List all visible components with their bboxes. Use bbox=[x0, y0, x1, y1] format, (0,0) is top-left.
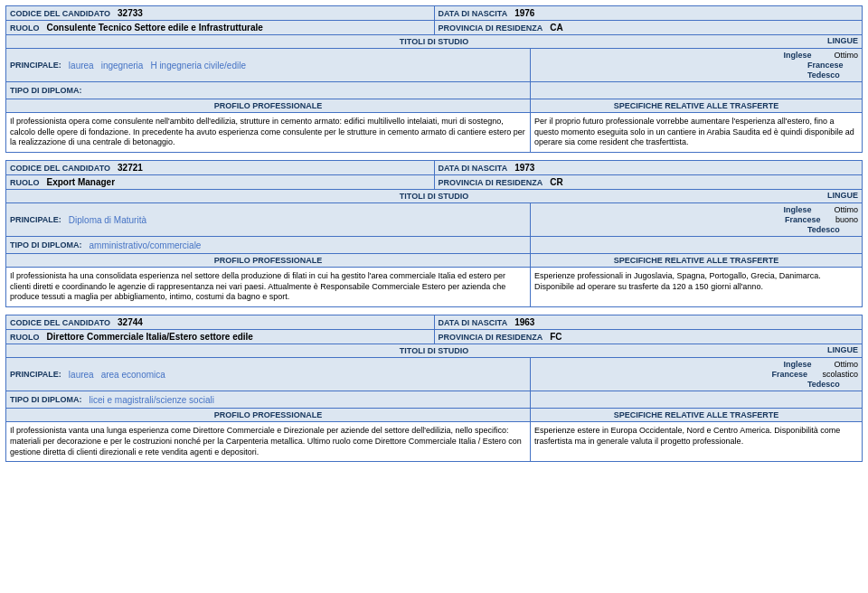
titoli-label: TITOLI DI STUDIO bbox=[10, 192, 858, 201]
codice-cell: CODICE DEL CANDIDATO32721 bbox=[6, 161, 435, 174]
codice-value: 32744 bbox=[118, 317, 143, 327]
profilo-text: Il professionista ha una consolidata esp… bbox=[6, 268, 530, 306]
specifiche-section: SPECIFICHE RELATIVE ALLE TRASFERTEEsperi… bbox=[531, 254, 862, 306]
lingue-block: LINGUE bbox=[827, 36, 858, 45]
tipo-diploma-row: TIPO DI DIPLOMA:amministrativo/commercia… bbox=[6, 236, 862, 253]
codice-cell: CODICE DEL CANDIDATO32744 bbox=[6, 315, 435, 329]
tipo-diploma-right bbox=[531, 82, 862, 99]
lingua-value: Ottimo bbox=[834, 51, 858, 60]
lingua-name: Francese bbox=[807, 61, 853, 70]
tipo-diploma-right bbox=[531, 391, 862, 408]
principale-lingue-right: IngleseOttimoFranceseTedesco bbox=[531, 49, 862, 81]
page: CODICE DEL CANDIDATO32733DATA DI NASCITA… bbox=[0, 0, 868, 475]
ruolo-cell: RUOLOConsulente Tecnico Settore edile e … bbox=[6, 21, 435, 34]
codice-value: 32733 bbox=[118, 8, 143, 18]
provincia-cell: PROVINCIA DI RESIDENZACR bbox=[435, 175, 863, 189]
lingua-name: Francese bbox=[785, 215, 830, 224]
profilo-title-bar: PROFILO PROFESSIONALE bbox=[6, 99, 530, 113]
profilo-section: PROFILO PROFESSIONALEIl professionista h… bbox=[6, 254, 531, 306]
specifiche-title-bar: SPECIFICHE RELATIVE ALLE TRASFERTE bbox=[531, 254, 862, 268]
lingua-item: Francesebuono bbox=[785, 215, 858, 224]
tipo-diploma-right bbox=[531, 237, 862, 253]
ruolo-cell: RUOLODirettore Commerciale Italia/Estero… bbox=[6, 330, 435, 344]
candidate-card-2: CODICE DEL CANDIDATO32721DATA DI NASCITA… bbox=[5, 160, 863, 307]
codice-value: 32721 bbox=[118, 163, 143, 173]
principale-value: Diploma di Maturità bbox=[69, 215, 146, 225]
lingua-name: Francese bbox=[771, 370, 816, 379]
profilo-title-bar: PROFILO PROFESSIONALE bbox=[6, 409, 530, 422]
lingue-block: LINGUE bbox=[827, 191, 858, 200]
principale-extra: H ingegneria civile/edile bbox=[150, 61, 246, 71]
profilo-row: PROFILO PROFESSIONALEIl professionista h… bbox=[6, 253, 862, 306]
header-row: CODICE DEL CANDIDATO32744DATA DI NASCITA… bbox=[6, 315, 862, 329]
lingua-value: buono bbox=[835, 215, 858, 224]
principale-label: PRINCIPALE: bbox=[10, 215, 61, 224]
profilo-text: Il professionista opera come consulente … bbox=[6, 113, 530, 152]
codice-label: CODICE DEL CANDIDATO bbox=[10, 9, 110, 18]
ruolo-value: Export Manager bbox=[47, 177, 116, 187]
lingua-item: Tedesco bbox=[807, 380, 858, 389]
header-row: CODICE DEL CANDIDATO32721DATA DI NASCITA… bbox=[6, 161, 862, 174]
lingua-item: Tedesco bbox=[807, 71, 858, 80]
lingua-name: Tedesco bbox=[807, 380, 853, 389]
header-row: CODICE DEL CANDIDATO32733DATA DI NASCITA… bbox=[6, 6, 862, 20]
specifiche-title-bar: SPECIFICHE RELATIVE ALLE TRASFERTE bbox=[531, 99, 862, 113]
lingua-value: scolastico bbox=[822, 370, 858, 379]
lingua-item: Francesescolastico bbox=[771, 370, 858, 379]
data-nascita-value: 1973 bbox=[514, 163, 534, 173]
data-nascita-label: DATA DI NASCITA bbox=[439, 164, 508, 173]
lingue-header: LINGUE bbox=[827, 191, 858, 200]
principale-value: laurea bbox=[69, 370, 94, 380]
provincia-value: CA bbox=[550, 23, 562, 33]
lingua-item: IngleseOttimo bbox=[783, 205, 858, 214]
lingua-value: Ottimo bbox=[834, 360, 858, 369]
tipo-diploma-cell: TIPO DI DIPLOMA: bbox=[6, 82, 531, 99]
lingua-item: IngleseOttimo bbox=[783, 51, 858, 60]
codice-cell: CODICE DEL CANDIDATO32733 bbox=[6, 6, 435, 20]
principale-detail: ingegneria bbox=[101, 61, 144, 71]
titoli-label: TITOLI DI STUDIO bbox=[10, 346, 858, 355]
tipo-diploma-row: TIPO DI DIPLOMA: bbox=[6, 81, 862, 99]
data-nascita-value: 1963 bbox=[514, 317, 534, 327]
principale-cell: PRINCIPALE:laureaingegneriaH ingegneria … bbox=[6, 49, 531, 81]
titoli-label: TITOLI DI STUDIO bbox=[10, 37, 858, 46]
principale-lingue-right: IngleseOttimoFrancesebuonoTedesco bbox=[531, 203, 862, 236]
provincia-value: FC bbox=[550, 332, 561, 342]
ruolo-value: Direttore Commerciale Italia/Estero sett… bbox=[47, 332, 253, 342]
ruolo-row: RUOLODirettore Commerciale Italia/Estero… bbox=[6, 329, 862, 344]
principale-detail: area economica bbox=[101, 370, 165, 380]
data-nascita-label: DATA DI NASCITA bbox=[439, 9, 508, 18]
ruolo-row: RUOLOExport ManagerPROVINCIA DI RESIDENZ… bbox=[6, 174, 862, 189]
lingua-name: Inglese bbox=[783, 205, 828, 214]
principale-label: PRINCIPALE: bbox=[10, 61, 61, 70]
data-nascita-cell: DATA DI NASCITA1973 bbox=[435, 161, 863, 174]
lingua-item: Francese bbox=[807, 61, 858, 70]
profilo-row: PROFILO PROFESSIONALEIl professionista o… bbox=[6, 99, 862, 152]
data-nascita-cell: DATA DI NASCITA1963 bbox=[435, 315, 863, 329]
provincia-label: PROVINCIA DI RESIDENZA bbox=[439, 333, 543, 342]
principale-row: PRINCIPALE:laureaarea economicaIngleseOt… bbox=[6, 357, 862, 391]
titoli-row: TITOLI DI STUDIOLINGUE bbox=[6, 189, 862, 202]
lingue-block: LINGUE bbox=[827, 345, 858, 354]
principale-value: laurea bbox=[69, 61, 94, 71]
specifiche-text: Esperienze professionali in Jugoslavia, … bbox=[531, 268, 862, 306]
codice-label: CODICE DEL CANDIDATO bbox=[10, 318, 110, 327]
lingua-name: Tedesco bbox=[807, 71, 853, 80]
data-nascita-cell: DATA DI NASCITA1976 bbox=[435, 6, 863, 20]
principale-row: PRINCIPALE:laureaingegneriaH ingegneria … bbox=[6, 48, 862, 81]
provincia-value: CR bbox=[550, 177, 562, 187]
tipo-diploma-label: TIPO DI DIPLOMA: bbox=[10, 395, 82, 404]
titoli-row: TITOLI DI STUDIOLINGUE bbox=[6, 344, 862, 357]
tipo-diploma-cell: TIPO DI DIPLOMA:licei e magistrali/scien… bbox=[6, 391, 531, 408]
ruolo-value: Consulente Tecnico Settore edile e Infra… bbox=[47, 23, 263, 33]
principale-cell: PRINCIPALE:Diploma di Maturità bbox=[6, 203, 531, 236]
tipo-diploma-cell: TIPO DI DIPLOMA:amministrativo/commercia… bbox=[6, 237, 531, 253]
specifiche-section: SPECIFICHE RELATIVE ALLE TRASFERTEPer il… bbox=[531, 99, 862, 152]
principale-label: PRINCIPALE: bbox=[10, 370, 61, 379]
candidate-card-3: CODICE DEL CANDIDATO32744DATA DI NASCITA… bbox=[5, 315, 863, 462]
lingua-name: Inglese bbox=[783, 51, 828, 60]
principale-lingue-right: IngleseOttimoFrancesescolasticoTedesco bbox=[531, 358, 862, 391]
ruolo-label: RUOLO bbox=[10, 333, 40, 342]
tipo-diploma-row: TIPO DI DIPLOMA:licei e magistrali/scien… bbox=[6, 391, 862, 408]
data-nascita-value: 1976 bbox=[514, 8, 534, 18]
